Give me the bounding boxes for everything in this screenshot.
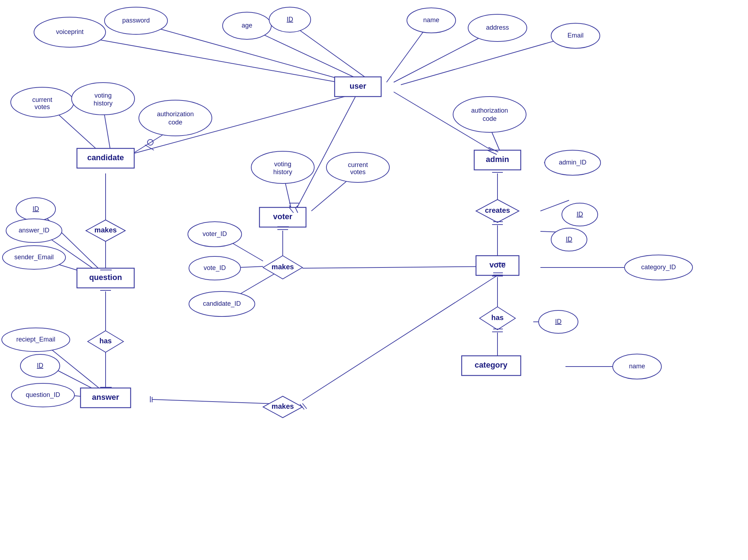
attr-voting-hist-voter-label: voting [274, 161, 291, 168]
attr-auth-code-admin [453, 97, 526, 132]
attr-creates-id-label: ID [577, 211, 583, 218]
attr-answer-id-label: answer_ID [19, 227, 49, 234]
attr-reciept-email-label: reciept_Email [16, 336, 55, 343]
svg-line-35 [302, 275, 497, 401]
rel-makes-ans-label: makes [272, 402, 294, 410]
attr-id-answer-label: ID [37, 362, 43, 369]
er-diagram: user candidate voter admin vote question… [0, 0, 748, 560]
svg-line-10 [295, 92, 358, 211]
entity-voter-label: voter [273, 212, 292, 221]
entity-admin-label: admin [486, 155, 509, 164]
attr-vote-id-label: ID [566, 236, 572, 243]
attr-voting-hist-cand-label: voting [94, 92, 112, 99]
attr-auth-code-admin-label2: code [482, 115, 496, 122]
attr-address-label: address [486, 24, 509, 31]
rel-makes-voter-label: makes [272, 263, 294, 271]
svg-line-2 [251, 29, 365, 82]
attr-question-id-label: question_ID [26, 391, 60, 399]
svg-line-6 [401, 36, 573, 85]
attr-voter-id-label: voter_ID [203, 230, 227, 238]
attr-age-label: age [242, 22, 252, 29]
entity-vote-label: vote [489, 260, 505, 269]
attr-category-id-label: category_ID [641, 264, 676, 271]
svg-line-41 [302, 266, 497, 268]
attr-auth-code-cand [139, 100, 212, 136]
attr-current-votes-voter-label2: votes [350, 168, 365, 176]
attr-name-user-label: name [423, 16, 439, 24]
rel-makes-cand-label: makes [94, 226, 117, 234]
entity-question-label: question [89, 273, 122, 282]
entity-candidate-label: candidate [87, 153, 124, 162]
attr-category-name-label: name [629, 363, 645, 370]
attr-voting-hist-voter-label2: history [273, 168, 292, 176]
entity-user-label: user [350, 82, 366, 90]
entity-category-label: category [475, 360, 507, 369]
attr-current-votes-cand-label: current [32, 96, 52, 103]
attr-id-question-label: ID [33, 205, 39, 212]
attr-current-votes-voter-label: current [348, 161, 368, 168]
attr-vote-id-makes-label: vote_ID [204, 264, 226, 272]
svg-line-33 [152, 399, 283, 404]
attr-has-id-label: ID [555, 318, 562, 325]
attr-admin-id-label: admin_ID [559, 159, 586, 166]
attr-current-votes-cand-label2: votes [34, 103, 50, 110]
attr-email-user-label: Email [567, 32, 583, 39]
attr-auth-code-cand-label2: code [168, 119, 182, 126]
svg-line-0 [77, 36, 358, 86]
attr-auth-code-cand-label: authorization [157, 110, 194, 118]
attr-sender-email-label: sender_Email [14, 254, 54, 261]
attr-auth-code-admin-label: authorization [471, 107, 508, 114]
rel-has-cat-label: has [491, 314, 504, 321]
attr-id-user-label: ID [287, 16, 293, 23]
entity-answer-label: answer [92, 393, 119, 402]
rel-creates-label: creates [485, 206, 510, 214]
attr-candidate-id-makes-label: candidate_ID [203, 300, 241, 308]
attr-voting-hist-cand-label2: history [93, 100, 112, 107]
attr-voiceprint-label: voiceprint [56, 28, 83, 35]
rel-has-ans-label: has [99, 337, 112, 345]
attr-password-label: password [122, 17, 150, 24]
